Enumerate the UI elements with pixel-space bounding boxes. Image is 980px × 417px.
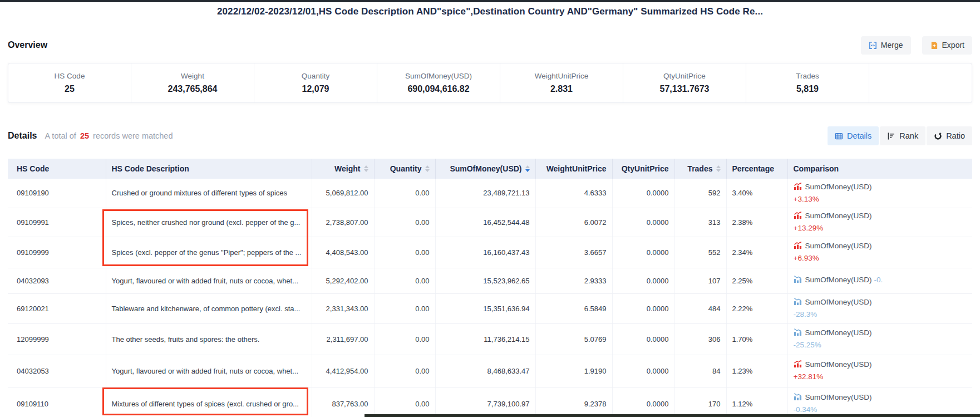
column-label: Comparison [794,164,839,173]
cell-description: Yogurt, flavoured or with added fruit, n… [106,355,312,387]
overview-stat-sumofmoney-usd: SumOfMoney(USD) 690,094,616.82 [377,63,500,102]
comparison-change-value: -0.34% [794,404,967,415]
stat-value: 243,765,864 [168,84,218,94]
sort-caret [364,165,368,172]
column-label: Percentage [732,164,774,173]
details-table: HS Code HS Code Description Weight Quant… [8,159,972,417]
stat-value: 690,094,616.82 [407,84,469,94]
column-label: QtyUnitPrice [622,164,669,173]
cell-trades: 484 [674,293,726,323]
table-row: 12099999 The other seeds, fruits and spo… [8,323,972,355]
title-bar: 2022/12/02-2023/12/01,HS Code Descriptio… [0,2,980,21]
stat-label: Quantity [302,72,329,80]
cell-hs-code: 69120021 [8,293,106,323]
column-header-quantity[interactable]: Quantity [374,159,435,179]
cell-description: Tableware and kitchenware, of common pot… [106,293,312,323]
stat-label: Weight [181,72,204,80]
column-label: HS Code Description [112,164,189,173]
details-heading: Details [8,131,37,141]
table-row: 69120021 Tableware and kitchenware, of c… [8,293,972,323]
cell-description: The other seeds, fruits and spores: the … [106,323,312,355]
stat-value: 2.831 [550,84,573,94]
column-label: HS Code [17,164,49,173]
table-row: 09109110 Mixtures of different types of … [8,387,972,417]
cell-comparison: SumOfMoney(USD)+32.81% [787,355,972,387]
comparison-metric-label: SumOfMoney(USD) [805,242,872,250]
cell-trades: 313 [674,208,726,237]
column-header-percentage: Percentage [726,159,787,179]
cell-comparison: SumOfMoney(USD)+6.93% [787,237,972,268]
overview-stat-weight: Weight 243,765,864 [131,63,254,102]
tab-ratio[interactable]: Ratio [927,126,972,145]
column-header-sumofmoney-usd[interactable]: SumOfMoney(USD) [435,159,535,179]
cell-weight-unit-price: 5.0769 [535,323,612,355]
tab-details[interactable]: Details [828,126,879,145]
trend-down-icon [794,393,802,404]
cell-qty-unit-price: 0.0000 [612,293,674,323]
cell-quantity: 0.00 [374,355,435,387]
column-header-hs-code-description: HS Code Description [106,159,312,179]
cell-trades: 306 [674,323,726,355]
table-header-row: HS Code HS Code Description Weight Quant… [8,159,972,179]
trend-down-icon [794,328,802,340]
trade-report-page: 2022/12/02-2023/12/01,HS Code Descriptio… [0,0,980,417]
comparison-metric-label: SumOfMoney(USD) [805,328,872,337]
tab-rank[interactable]: Rank [880,126,925,145]
trend-up-icon [794,360,802,371]
cell-weight-unit-price: 9.2378 [535,387,612,417]
cell-weight: 5,292,402.00 [312,268,374,293]
cell-qty-unit-price: 0.0000 [612,323,674,355]
trend-up-icon [794,241,802,253]
cell-percentage: 3.40% [726,179,787,208]
tab-label: Details [847,131,871,140]
trend-up-icon [794,182,802,194]
overview-stat-weightunitprice: WeightUnitPrice 2.831 [500,63,623,102]
view-tabs: Details Rank Ratio [828,126,972,145]
cell-qty-unit-price: 0.0000 [612,208,674,237]
cell-weight-unit-price: 1.9190 [535,355,612,387]
comparison-indicator: SumOfMoney(USD)-0.34% [794,392,967,415]
sort-caret [425,165,430,172]
cell-weight: 2,331,343.00 [312,293,374,323]
merge-button[interactable]: Merge [861,36,911,55]
column-label: Weight [334,164,360,173]
cell-hs-code: 12099999 [8,323,106,355]
merge-icon [869,41,877,50]
cell-hs-code: 09109190 [8,179,106,208]
column-header-trades[interactable]: Trades [674,159,726,179]
column-label: WeightUnitPrice [546,164,607,173]
column-header-qtyunitprice: QtyUnitPrice [612,159,674,179]
comparison-indicator: SumOfMoney(USD)+6.93% [794,241,967,264]
column-header-weightunitprice: WeightUnitPrice [535,159,612,179]
cell-sum-of-money: 11,736,214.15 [435,323,535,355]
details-header: Details A total of 25 records were match… [8,126,972,146]
total-count: 25 [80,131,89,140]
table-row: 04032053 Yogurt, flavoured or with added… [8,355,972,387]
table-row: 04032093 Yogurt, flavoured or with added… [8,268,972,293]
cell-percentage: 1.23% [726,355,787,387]
table-row: 09109991 Spices, neither crushed nor gro… [8,208,972,237]
stat-value: 5,819 [796,84,819,94]
total-suffix: records were matched [93,131,173,140]
cell-weight: 5,069,812.00 [312,179,374,208]
merge-label: Merge [881,41,903,50]
cell-description: Yogurt, flavoured or with added fruit, n… [106,268,312,293]
tab-label: Rank [899,131,918,140]
comparison-change-value: +6.93% [794,253,967,264]
cell-comparison: SumOfMoney(USD)-0.34% [787,387,972,417]
stat-value: 25 [65,84,75,94]
stat-label: WeightUnitPrice [535,72,589,80]
comparison-indicator: SumOfMoney(USD)-0. [794,274,967,287]
export-button[interactable]: Export [922,36,972,55]
comparison-metric-label: SumOfMoney(USD) [805,212,872,220]
cell-weight-unit-price: 6.5849 [535,293,612,323]
column-header-weight[interactable]: Weight [312,159,374,179]
window-bottom-edge [365,414,980,417]
stat-label: Trades [796,72,819,80]
stat-label: SumOfMoney(USD) [405,72,472,80]
comparison-change-value: +13.29% [794,223,967,234]
comparison-indicator: SumOfMoney(USD)-25.25% [794,327,967,351]
overview-stat-trades: Trades 5,819 [746,63,869,102]
table-icon [835,132,843,140]
cell-quantity: 0.00 [374,237,435,268]
